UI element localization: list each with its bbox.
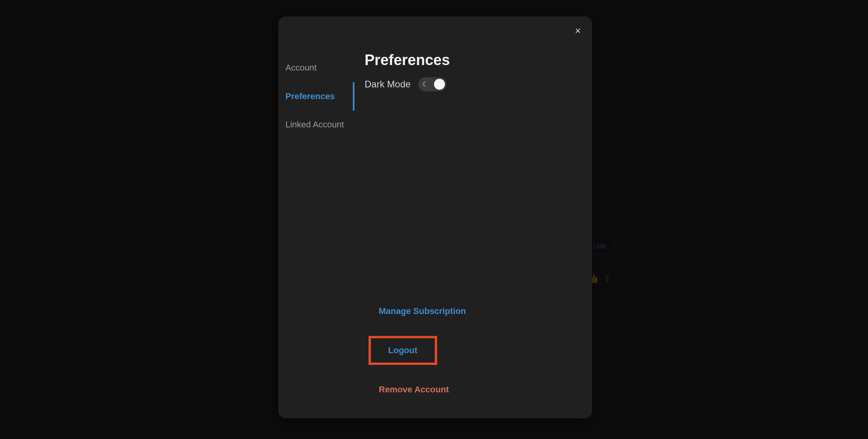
modal-body: Account Preferences Linked Account Prefe… [278,16,592,302]
modal-footer: Manage Subscription Logout Remove Accoun… [353,302,592,418]
dark-mode-toggle[interactable]: ☾ [418,77,447,91]
manage-subscription-button[interactable]: Manage Subscription [369,302,476,320]
page-title: Preferences [365,52,576,69]
sidebar-item-preferences[interactable]: Preferences [285,82,354,111]
preferences-modal: × Account Preferences Linked Account Pre… [278,16,592,418]
remove-account-button[interactable]: Remove Account [369,381,459,399]
dark-mode-row: Dark Mode ☾ [365,77,576,91]
dark-mode-label: Dark Mode [365,79,410,90]
sidebar-item-account[interactable]: Account [285,54,354,82]
sidebar-item-linked-account[interactable]: Linked Account [285,111,354,139]
share-icon: ⇪ [604,274,611,284]
settings-main: Preferences Dark Mode ☾ [353,16,592,302]
settings-sidebar: Account Preferences Linked Account [278,16,353,302]
toggle-knob [434,79,445,90]
logout-button[interactable]: Logout [387,343,419,358]
moon-icon: ☾ [422,81,429,88]
logout-highlight: Logout [369,336,437,365]
